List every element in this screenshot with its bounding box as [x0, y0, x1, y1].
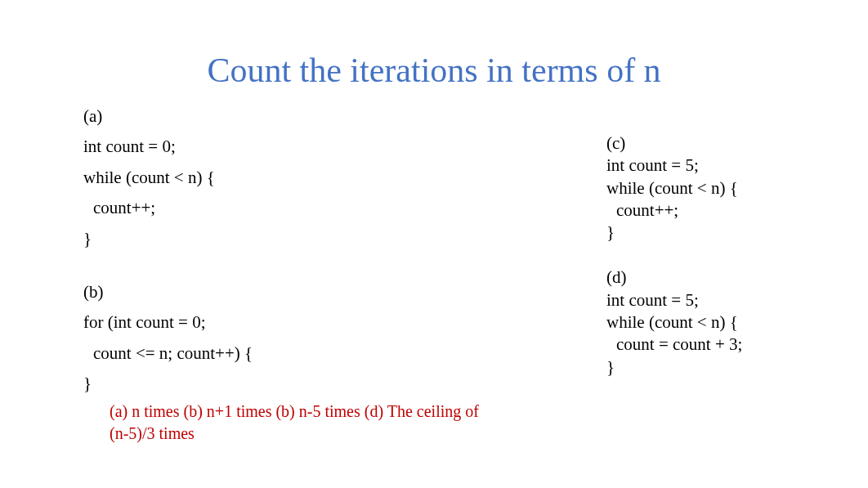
code-line: for (int count = 0; — [83, 311, 476, 334]
slide-title: Count the iterations in terms of n — [0, 51, 868, 90]
left-column: (a) int count = 0; while (count < n) { c… — [83, 105, 476, 403]
code-block-d: (d) int count = 5; while (count < n) { c… — [606, 266, 852, 378]
code-line: while (count < n) { — [606, 311, 852, 334]
block-a-label: (a) — [83, 105, 476, 128]
code-line: } — [606, 356, 852, 378]
code-line: count++; — [606, 199, 852, 222]
code-line: } — [83, 372, 476, 396]
code-line: while (count < n) { — [83, 166, 476, 190]
right-column: (c) int count = 5; while (count < n) { c… — [606, 132, 852, 378]
code-block-c: (c) int count = 5; while (count < n) { c… — [606, 132, 852, 244]
slide: Count the iterations in terms of n (a) i… — [0, 0, 868, 488]
code-line: } — [606, 222, 852, 244]
code-line: int count = 5; — [606, 289, 852, 311]
code-line: int count = 0; — [83, 135, 476, 159]
block-d-label: (d) — [606, 266, 852, 289]
code-line: while (count < n) { — [606, 177, 852, 199]
code-block-b: (b) for (int count = 0; count <= n; coun… — [83, 280, 476, 396]
block-b-label: (b) — [83, 280, 476, 304]
code-line: count++; — [83, 196, 476, 220]
code-line: count <= n; count++) { — [83, 342, 476, 365]
code-block-a: (a) int count = 0; while (count < n) { c… — [83, 105, 476, 251]
code-line: count = count + 3; — [606, 334, 852, 356]
code-line: int count = 5; — [606, 154, 852, 177]
code-line: } — [83, 227, 476, 251]
block-c-label: (c) — [606, 132, 852, 154]
answer-text: (a) n times (b) n+1 times (b) n-5 times … — [110, 401, 485, 445]
